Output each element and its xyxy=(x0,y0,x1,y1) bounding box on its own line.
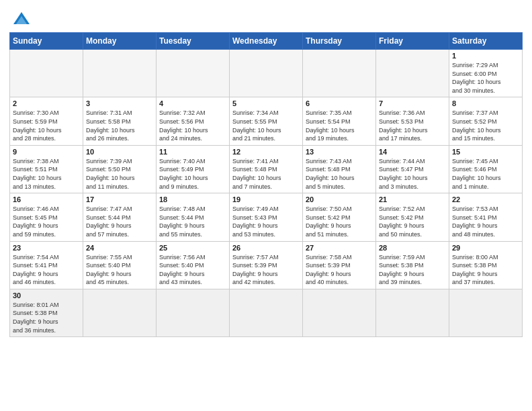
day-info: Sunrise: 8:01 AM Sunset: 5:38 PM Dayligh… xyxy=(13,301,80,334)
calendar-week-3: 16Sunrise: 7:46 AM Sunset: 5:45 PM Dayli… xyxy=(10,193,523,241)
logo xyxy=(9,9,31,28)
day-number: 6 xyxy=(306,99,373,107)
calendar-cell: 29Sunrise: 8:00 AM Sunset: 5:38 PM Dayli… xyxy=(449,241,523,289)
calendar-cell: 12Sunrise: 7:41 AM Sunset: 5:48 PM Dayli… xyxy=(230,145,303,193)
day-number: 3 xyxy=(86,99,153,107)
day-info: Sunrise: 7:50 AM Sunset: 5:42 PM Dayligh… xyxy=(306,205,373,238)
calendar-cell: 17Sunrise: 7:47 AM Sunset: 5:44 PM Dayli… xyxy=(83,193,157,241)
logo-icon xyxy=(12,9,31,28)
day-number: 15 xyxy=(452,148,519,156)
day-info: Sunrise: 8:00 AM Sunset: 5:38 PM Dayligh… xyxy=(452,253,519,287)
calendar-week-2: 9Sunrise: 7:38 AM Sunset: 5:51 PM Daylig… xyxy=(10,145,523,193)
day-info: Sunrise: 7:57 AM Sunset: 5:39 PM Dayligh… xyxy=(232,253,300,287)
day-number: 1 xyxy=(452,52,519,60)
header-area xyxy=(9,7,523,28)
calendar-cell xyxy=(157,50,230,97)
day-info: Sunrise: 7:54 AM Sunset: 5:41 PM Dayligh… xyxy=(13,253,80,287)
calendar-week-4: 23Sunrise: 7:54 AM Sunset: 5:41 PM Dayli… xyxy=(10,241,523,289)
day-number: 8 xyxy=(452,99,519,107)
calendar-table: SundayMondayTuesdayWednesdayThursdayFrid… xyxy=(9,32,523,337)
day-number: 24 xyxy=(86,244,153,252)
day-number: 18 xyxy=(159,195,226,203)
day-info: Sunrise: 7:35 AM Sunset: 5:54 PM Dayligh… xyxy=(306,109,373,142)
day-info: Sunrise: 7:58 AM Sunset: 5:39 PM Dayligh… xyxy=(306,253,373,287)
day-number: 11 xyxy=(159,148,226,156)
calendar-cell xyxy=(449,289,523,336)
day-number: 12 xyxy=(232,148,300,156)
day-info: Sunrise: 7:32 AM Sunset: 5:56 PM Dayligh… xyxy=(159,109,226,142)
day-number: 26 xyxy=(232,244,300,252)
calendar-cell: 4Sunrise: 7:32 AM Sunset: 5:56 PM Daylig… xyxy=(157,97,230,145)
calendar-cell xyxy=(83,289,157,336)
calendar-cell: 3Sunrise: 7:31 AM Sunset: 5:58 PM Daylig… xyxy=(83,97,157,145)
day-info: Sunrise: 7:53 AM Sunset: 5:41 PM Dayligh… xyxy=(452,205,519,238)
page: SundayMondayTuesdayWednesdayThursdayFrid… xyxy=(0,0,532,411)
day-info: Sunrise: 7:40 AM Sunset: 5:49 PM Dayligh… xyxy=(159,157,226,191)
calendar-cell: 6Sunrise: 7:35 AM Sunset: 5:54 PM Daylig… xyxy=(303,97,376,145)
calendar-cell: 20Sunrise: 7:50 AM Sunset: 5:42 PM Dayli… xyxy=(303,193,376,241)
weekday-header-monday: Monday xyxy=(83,33,157,50)
day-info: Sunrise: 7:31 AM Sunset: 5:58 PM Dayligh… xyxy=(86,109,153,142)
day-number: 17 xyxy=(86,195,153,203)
calendar-cell: 7Sunrise: 7:36 AM Sunset: 5:53 PM Daylig… xyxy=(376,97,449,145)
weekday-header-friday: Friday xyxy=(376,33,449,50)
calendar-cell xyxy=(303,50,376,97)
day-number: 21 xyxy=(379,195,446,203)
calendar-week-1: 2Sunrise: 7:30 AM Sunset: 5:59 PM Daylig… xyxy=(10,97,523,145)
calendar-cell: 26Sunrise: 7:57 AM Sunset: 5:39 PM Dayli… xyxy=(230,241,303,289)
calendar-cell: 9Sunrise: 7:38 AM Sunset: 5:51 PM Daylig… xyxy=(10,145,83,193)
calendar-cell: 5Sunrise: 7:34 AM Sunset: 5:55 PM Daylig… xyxy=(230,97,303,145)
calendar-cell: 13Sunrise: 7:43 AM Sunset: 5:48 PM Dayli… xyxy=(303,145,376,193)
calendar-cell xyxy=(230,289,303,336)
day-number: 14 xyxy=(379,148,446,156)
day-info: Sunrise: 7:47 AM Sunset: 5:44 PM Dayligh… xyxy=(86,205,153,238)
calendar-cell: 23Sunrise: 7:54 AM Sunset: 5:41 PM Dayli… xyxy=(10,241,83,289)
weekday-header-thursday: Thursday xyxy=(303,33,376,50)
calendar-cell: 18Sunrise: 7:48 AM Sunset: 5:44 PM Dayli… xyxy=(157,193,230,241)
calendar-cell: 27Sunrise: 7:58 AM Sunset: 5:39 PM Dayli… xyxy=(303,241,376,289)
calendar-cell: 21Sunrise: 7:52 AM Sunset: 5:42 PM Dayli… xyxy=(376,193,449,241)
day-info: Sunrise: 7:44 AM Sunset: 5:47 PM Dayligh… xyxy=(379,157,446,191)
day-info: Sunrise: 7:29 AM Sunset: 6:00 PM Dayligh… xyxy=(452,61,519,95)
day-info: Sunrise: 7:37 AM Sunset: 5:52 PM Dayligh… xyxy=(452,109,519,142)
day-info: Sunrise: 7:56 AM Sunset: 5:40 PM Dayligh… xyxy=(159,253,226,287)
calendar-cell xyxy=(10,50,83,97)
calendar-cell: 11Sunrise: 7:40 AM Sunset: 5:49 PM Dayli… xyxy=(157,145,230,193)
day-number: 13 xyxy=(306,148,373,156)
calendar-cell: 25Sunrise: 7:56 AM Sunset: 5:40 PM Dayli… xyxy=(157,241,230,289)
day-number: 28 xyxy=(379,244,446,252)
calendar-cell xyxy=(376,50,449,97)
day-info: Sunrise: 7:39 AM Sunset: 5:50 PM Dayligh… xyxy=(86,157,153,191)
day-info: Sunrise: 7:48 AM Sunset: 5:44 PM Dayligh… xyxy=(159,205,226,238)
calendar-cell xyxy=(376,289,449,336)
day-info: Sunrise: 7:46 AM Sunset: 5:45 PM Dayligh… xyxy=(13,205,80,238)
day-number: 20 xyxy=(306,195,373,203)
weekday-header-wednesday: Wednesday xyxy=(230,33,303,50)
calendar-cell: 8Sunrise: 7:37 AM Sunset: 5:52 PM Daylig… xyxy=(449,97,523,145)
weekday-header-tuesday: Tuesday xyxy=(157,33,230,50)
calendar-cell: 28Sunrise: 7:59 AM Sunset: 5:38 PM Dayli… xyxy=(376,241,449,289)
calendar-cell: 2Sunrise: 7:30 AM Sunset: 5:59 PM Daylig… xyxy=(10,97,83,145)
weekday-header-saturday: Saturday xyxy=(449,33,523,50)
calendar-week-0: 1Sunrise: 7:29 AM Sunset: 6:00 PM Daylig… xyxy=(10,50,523,97)
calendar-cell: 19Sunrise: 7:49 AM Sunset: 5:43 PM Dayli… xyxy=(230,193,303,241)
day-number: 2 xyxy=(13,99,80,107)
weekday-header-sunday: Sunday xyxy=(10,33,83,50)
calendar-cell: 22Sunrise: 7:53 AM Sunset: 5:41 PM Dayli… xyxy=(449,193,523,241)
day-number: 5 xyxy=(232,99,300,107)
calendar-cell xyxy=(83,50,157,97)
day-number: 16 xyxy=(13,195,80,203)
day-info: Sunrise: 7:59 AM Sunset: 5:38 PM Dayligh… xyxy=(379,253,446,287)
day-info: Sunrise: 7:38 AM Sunset: 5:51 PM Dayligh… xyxy=(13,157,80,191)
day-number: 27 xyxy=(306,244,373,252)
day-number: 25 xyxy=(159,244,226,252)
calendar-cell: 30Sunrise: 8:01 AM Sunset: 5:38 PM Dayli… xyxy=(10,289,83,336)
day-info: Sunrise: 7:55 AM Sunset: 5:40 PM Dayligh… xyxy=(86,253,153,287)
day-info: Sunrise: 7:34 AM Sunset: 5:55 PM Dayligh… xyxy=(232,109,300,142)
day-info: Sunrise: 7:52 AM Sunset: 5:42 PM Dayligh… xyxy=(379,205,446,238)
day-number: 19 xyxy=(232,195,300,203)
day-number: 23 xyxy=(13,244,80,252)
weekday-header-row: SundayMondayTuesdayWednesdayThursdayFrid… xyxy=(10,33,523,50)
day-number: 10 xyxy=(86,148,153,156)
calendar-cell: 15Sunrise: 7:45 AM Sunset: 5:46 PM Dayli… xyxy=(449,145,523,193)
